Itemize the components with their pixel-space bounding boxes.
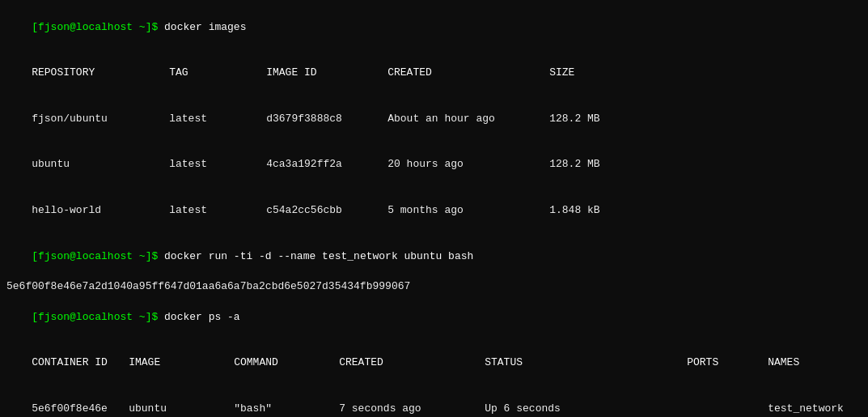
run-output: 5e6f00f8e46e7a2d1040a95ff647d01aa6a6a7ba…: [6, 279, 862, 295]
terminal-window: [fjson@localhost ~]$ docker images REPOS…: [6, 5, 862, 417]
cmd-docker-run: [fjson@localhost ~]$ docker run -ti -d -…: [6, 234, 862, 280]
ps-header: CONTAINER IDIMAGECOMMANDCREATEDSTATUSPOR…: [6, 341, 862, 387]
command-1: docker images: [164, 21, 246, 33]
prompt-2: [fjson@localhost ~]$: [32, 250, 164, 262]
image-row-2: ubuntulatest4ca3a192ff2a20 hours ago128.…: [6, 143, 862, 189]
images-header: REPOSITORYTAGIMAGE IDCREATEDSIZE: [6, 51, 862, 97]
image-row-1: fjson/ubuntulatestd3679f3888c8About an h…: [6, 96, 862, 143]
cmd-docker-images: [fjson@localhost ~]$ docker images: [6, 5, 862, 51]
ps-row-1: 5e6f00f8e46eubuntu"bash"7 seconds agoUp …: [6, 386, 862, 417]
prompt-1: [fjson@localhost ~]$: [32, 21, 164, 33]
command-3: docker ps -a: [164, 311, 240, 323]
prompt-3: [fjson@localhost ~]$: [32, 311, 164, 323]
command-2: docker run -ti -d --name test_network ub…: [164, 250, 473, 262]
cmd-docker-ps: [fjson@localhost ~]$ docker ps -a: [6, 295, 862, 341]
image-row-3: hello-worldlatestc54a2cc56cbb5 months ag…: [6, 188, 862, 234]
